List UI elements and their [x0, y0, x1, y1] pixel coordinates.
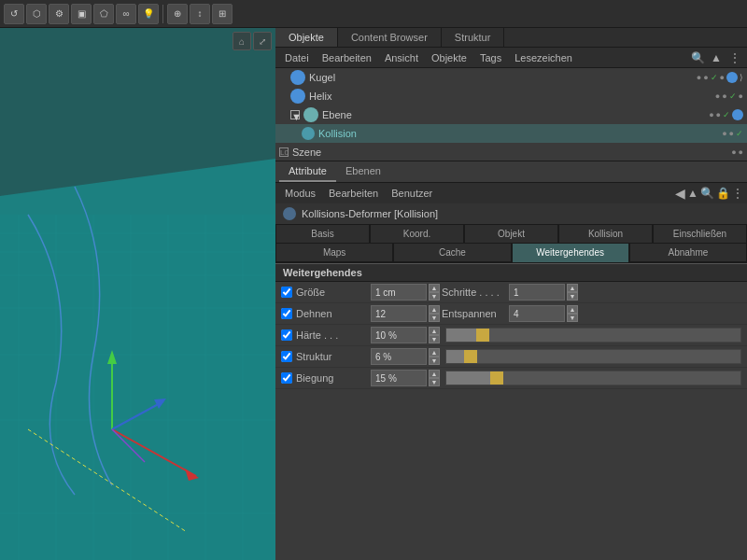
dehnen-value[interactable]: 12 [371, 305, 427, 322]
tab-ebenen[interactable]: Ebenen [336, 161, 390, 182]
obj-menu-lesezeichen[interactable]: Lesezeichen [509, 50, 578, 65]
obj-menu-objekte[interactable]: Objekte [426, 50, 472, 65]
list-item-szene[interactable]: L0 Szene ● ● [275, 143, 747, 161]
struktur-spinner[interactable]: ▲ ▼ [429, 348, 440, 365]
attr-menu-benutzer[interactable]: Benutzer [386, 186, 438, 201]
struktur-sp-dn[interactable]: ▼ [429, 357, 440, 365]
haerte-spinner[interactable]: ▲ ▼ [429, 327, 440, 343]
attr-search-btn[interactable]: 🔍 [700, 187, 714, 200]
obj-menu-tags[interactable]: Tags [474, 50, 507, 65]
attr-lock-btn[interactable]: 🔒 [716, 187, 730, 200]
prop-tab-objekt[interactable]: Objekt [464, 225, 558, 244]
struktur-slider[interactable] [445, 349, 741, 364]
menu-icon-btn-3[interactable]: ⋮ [726, 49, 743, 66]
toolbar-icon-7[interactable]: 💡 [138, 4, 159, 24]
biegung-spinner[interactable]: ▲ ▼ [429, 370, 440, 386]
schritte-spinner-up[interactable]: ▲ [567, 284, 578, 292]
ebene-name: Ebene [322, 109, 709, 120]
obj-menu-datei[interactable]: Datei [279, 50, 315, 65]
struktur-slider-thumb[interactable] [464, 350, 477, 363]
obj-menu-bearbeiten[interactable]: Bearbeiten [317, 50, 377, 65]
biegung-sp-up[interactable]: ▲ [429, 370, 440, 378]
vp-expand-btn[interactable]: ⤢ [253, 32, 272, 50]
biegung-slider[interactable] [445, 371, 741, 385]
struktur-value[interactable]: 6 % [371, 348, 427, 365]
groesse-value[interactable]: 1 cm [371, 284, 427, 301]
toolbar-icon-10[interactable]: ⊞ [212, 4, 233, 24]
menu-icon-btn-2[interactable]: ▲ [708, 49, 725, 66]
dehnen-spinner[interactable]: ▲ ▼ [429, 305, 440, 322]
spinner-down[interactable]: ▼ [429, 292, 440, 301]
haerte-label: Härte . . . [296, 329, 371, 341]
toolbar-icon-8[interactable]: ⊕ [167, 4, 188, 24]
list-item-kugel[interactable]: Kugel ● ● ✓ ● ⟩ [275, 68, 747, 87]
haerte-sp-dn[interactable]: ▼ [429, 335, 440, 343]
spinner-up[interactable]: ▲ [429, 284, 440, 292]
attr-menu-bearbeiten[interactable]: Bearbeiten [323, 186, 384, 201]
vp-home-btn[interactable]: ⌂ [233, 32, 251, 50]
attr-menu-modus[interactable]: Modus [279, 186, 321, 201]
schritte-value[interactable]: 1 [509, 284, 565, 301]
attr-back-btn[interactable]: ◀ [675, 186, 685, 201]
prop-tab-cache[interactable]: Cache [393, 244, 511, 262]
attr-up-btn[interactable]: ▲ [687, 187, 698, 200]
toolbar-icon-4[interactable]: ▣ [71, 4, 92, 24]
tab-attribute[interactable]: Attribute [279, 161, 336, 182]
prop-tab-bar-2: Maps Cache Weitergehendes Abnahme [275, 244, 747, 263]
toolbar-icon-3[interactable]: ⚙ [49, 4, 69, 24]
biegung-checkbox[interactable] [281, 372, 292, 384]
struktur-sp-up[interactable]: ▲ [429, 348, 440, 357]
toolbar-icon-5[interactable]: ⬠ [93, 4, 114, 24]
biegung-slider-thumb[interactable] [490, 371, 503, 385]
list-item-helix[interactable]: Helix ● ● ✓ ● [275, 87, 747, 105]
prop-tab-koord[interactable]: Koord. [370, 225, 464, 244]
tab-content-browser[interactable]: Content Browser [338, 28, 442, 47]
prop-tab-weitergehendes[interactable]: Weitergehendes [512, 244, 629, 262]
entspannen-value[interactable]: 4 [509, 305, 565, 322]
attr-menu-icons: ◀ ▲ 🔍 🔒 ⋮ [675, 186, 743, 201]
prop-tab-einschliessen[interactable]: Einschließen [653, 225, 747, 244]
biegung-value[interactable]: 15 % [371, 370, 427, 386]
entspannen-sp-dn[interactable]: ▼ [567, 314, 578, 322]
tab-struktur[interactable]: Struktur [442, 28, 505, 47]
szene-dot1: ● [731, 147, 736, 157]
haerte-value[interactable]: 10 % [371, 327, 427, 343]
top-toolbar: ↺ ⬡ ⚙ ▣ ⬠ ∞ 💡 ⊕ ↕ ⊞ [0, 0, 747, 28]
entspannen-sp-up[interactable]: ▲ [567, 305, 578, 314]
dehnen-checkbox[interactable] [281, 308, 292, 319]
list-item-kollision[interactable]: Kollision ● ● ✓ [275, 124, 747, 143]
haerte-slider[interactable] [445, 328, 741, 343]
groesse-spinner[interactable]: ▲ ▼ [429, 284, 440, 301]
groesse-checkbox[interactable] [281, 287, 292, 298]
prop-tab-kollision[interactable]: Kollision [558, 225, 653, 244]
toolbar-icon-9[interactable]: ↕ [190, 4, 210, 24]
tab-objekte[interactable]: Objekte [275, 28, 338, 47]
haerte-checkbox[interactable] [281, 329, 292, 341]
toolbar-icon-2[interactable]: ⬡ [26, 4, 47, 24]
schritte-spinner[interactable]: ▲ ▼ [567, 284, 578, 301]
haerte-sp-up[interactable]: ▲ [429, 327, 440, 335]
dehnen-sp-up[interactable]: ▲ [429, 305, 440, 314]
toolbar-icon-1[interactable]: ↺ [4, 4, 24, 24]
prop-tab-bar-1: Basis Koord. Objekt Kollision Einschließ… [275, 225, 747, 244]
prop-tab-basis[interactable]: Basis [275, 225, 370, 244]
dehnen-sp-dn[interactable]: ▼ [429, 314, 440, 322]
toolbar-icon-6[interactable]: ∞ [116, 4, 136, 24]
prop-content: Weitergehendes Größe 1 cm ▲ ▼ Schritte .… [275, 263, 747, 560]
haerte-slider-thumb[interactable] [476, 329, 489, 342]
schritte-spinner-down[interactable]: ▼ [567, 292, 578, 301]
object-list: Kugel ● ● ✓ ● ⟩ Helix ● [275, 68, 747, 161]
struktur-checkbox[interactable] [281, 351, 292, 362]
kollision-dot2: ● [729, 129, 734, 138]
prop-tab-abnahme[interactable]: Abnahme [629, 244, 747, 262]
ebene-expand-icon[interactable]: ▼ [290, 110, 300, 119]
entspannen-spinner[interactable]: ▲ ▼ [567, 305, 578, 322]
prop-row-biegung: Biegung 15 % ▲ ▼ [275, 368, 747, 389]
search-icon-btn[interactable]: 🔍 [689, 49, 706, 66]
list-item-ebene[interactable]: ▼ Ebene ● ● ✓ [275, 105, 747, 124]
viewport[interactable]: ⌂ ⤢ [0, 28, 275, 560]
obj-menu-ansicht[interactable]: Ansicht [379, 50, 424, 65]
attr-more-btn[interactable]: ⋮ [732, 187, 743, 200]
biegung-sp-dn[interactable]: ▼ [429, 378, 440, 386]
prop-tab-maps[interactable]: Maps [275, 244, 393, 262]
